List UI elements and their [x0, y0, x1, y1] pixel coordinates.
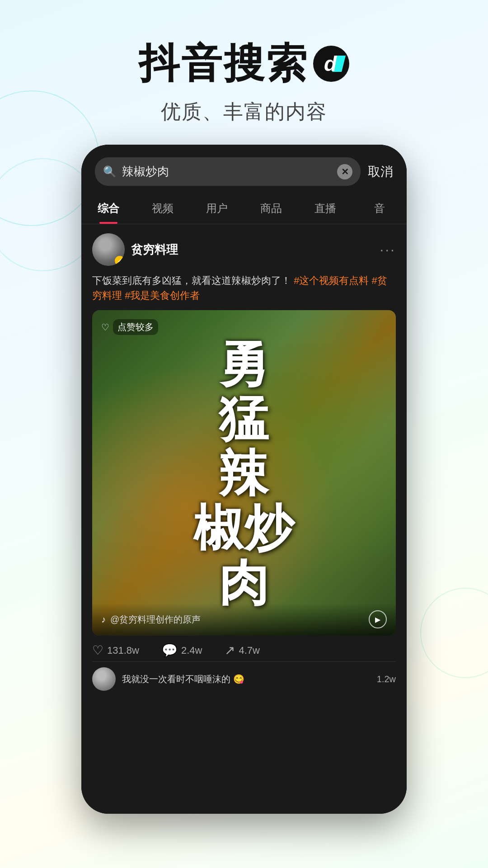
- content-area: ✓ 贫穷料理 ··· 下饭菜到底有多凶猛，就看这道辣椒炒肉了！ #这个视频有点料…: [81, 224, 407, 814]
- tab-live[interactable]: 直播: [298, 193, 352, 224]
- interaction-bar: ♡ 131.8w 💬 2.4w ↗ 4.7w: [92, 636, 396, 661]
- subtitle-text: 优质、丰富的内容: [0, 99, 488, 125]
- share-count: 4.7w: [239, 645, 259, 656]
- like-interaction[interactable]: ♡ 131.8w: [92, 643, 139, 658]
- comment-like-count: 1.2w: [377, 674, 396, 684]
- user-row: ✓ 贫穷料理 ···: [92, 233, 396, 266]
- tab-comprehensive[interactable]: 综合: [81, 193, 136, 224]
- video-thumbnail[interactable]: ♡ 点赞较多 勇 猛 辣 椒炒 肉: [92, 310, 396, 636]
- cancel-button[interactable]: 取消: [368, 163, 393, 180]
- like-icon: ♡: [92, 643, 103, 658]
- tiktok-logo-icon: [313, 46, 349, 82]
- video-bg: ♡ 点赞较多 勇 猛 辣 椒炒 肉: [92, 310, 396, 636]
- tab-video[interactable]: 视频: [136, 193, 190, 224]
- user-info: ✓ 贫穷料理: [92, 233, 178, 266]
- main-title: 抖音搜索: [0, 36, 488, 91]
- video-title-line3: 辣: [219, 446, 269, 500]
- tab-audio[interactable]: 音: [352, 193, 407, 224]
- share-interaction[interactable]: ↗ 4.7w: [225, 643, 259, 658]
- post-text: 下饭菜到底有多凶猛，就看这道辣椒炒肉了！ #这个视频有点料 #贫穷料理 #我是美…: [92, 273, 396, 303]
- comment-count: 2.4w: [181, 645, 202, 656]
- header-area: 抖音搜索 优质、丰富的内容: [0, 0, 488, 143]
- search-input[interactable]: 🔍 辣椒炒肉 ✕: [95, 157, 361, 186]
- phone-mockup: 🔍 辣椒炒肉 ✕ 取消 综合 视频 用户 商品 直播 音 ✓: [81, 145, 407, 814]
- comment-text: 我就没一次看时不咽唾沫的 😋: [122, 673, 244, 685]
- video-bottom-bar: ♪ @贫穷料理创作的原声 ▶: [92, 603, 396, 636]
- tab-user[interactable]: 用户: [190, 193, 244, 224]
- avatar: ✓: [92, 233, 125, 266]
- search-query-text: 辣椒炒肉: [122, 164, 332, 179]
- tabs-area: 综合 视频 用户 商品 直播 音: [81, 193, 407, 224]
- search-icon: 🔍: [103, 165, 117, 178]
- title-text: 抖音搜索: [139, 36, 309, 91]
- tiktok-small-icon: ♪: [101, 614, 106, 625]
- clear-search-button[interactable]: ✕: [337, 164, 352, 179]
- verified-badge: ✓: [115, 256, 125, 266]
- audio-text: @贫穷料理创作的原声: [110, 613, 364, 626]
- more-options-button[interactable]: ···: [380, 241, 396, 258]
- commenter-avatar: [92, 667, 116, 691]
- share-icon: ↗: [225, 643, 235, 658]
- video-title-line1: 勇: [219, 336, 269, 391]
- video-title-line4: 椒炒: [193, 500, 295, 555]
- hashtag1[interactable]: #这个视频有点料: [294, 275, 369, 286]
- video-title-line5: 肉: [219, 555, 269, 610]
- video-title-overlay: 勇 猛 辣 椒炒 肉: [92, 310, 396, 636]
- username-label: 贫穷料理: [131, 242, 178, 258]
- video-title-line2: 猛: [219, 391, 269, 446]
- play-button[interactable]: ▶: [369, 610, 387, 628]
- phone-inner: 🔍 辣椒炒肉 ✕ 取消 综合 视频 用户 商品 直播 音 ✓: [81, 145, 407, 814]
- comment-interaction[interactable]: 💬 2.4w: [162, 643, 202, 658]
- comment-icon: 💬: [162, 643, 178, 658]
- hashtag3[interactable]: #我是美食创作者: [125, 290, 200, 301]
- tab-product[interactable]: 商品: [244, 193, 298, 224]
- like-count: 131.8w: [107, 645, 139, 656]
- comment-row: 我就没一次看时不咽唾沫的 😋 1.2w: [92, 661, 396, 696]
- search-bar-area: 🔍 辣椒炒肉 ✕ 取消: [81, 145, 407, 193]
